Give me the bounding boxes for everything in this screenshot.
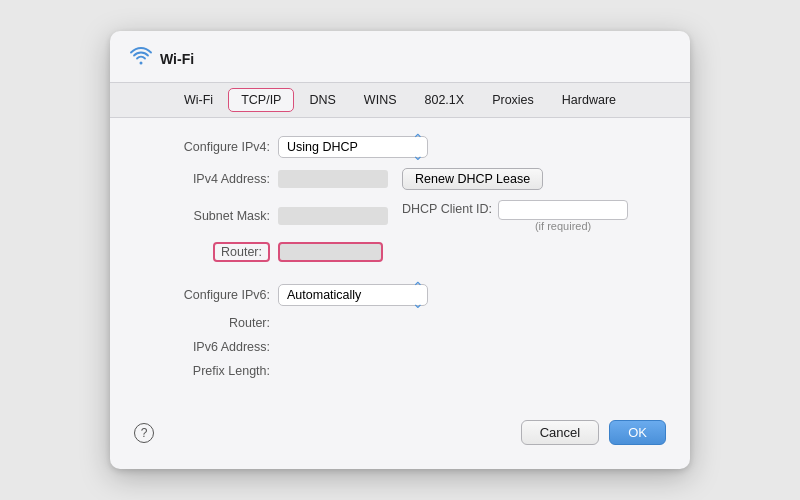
router-value (278, 242, 660, 262)
tab-proxies[interactable]: Proxies (479, 88, 547, 112)
router-label: Router: (213, 242, 270, 262)
tab-wifi[interactable]: Wi-Fi (171, 88, 226, 112)
subnet-mask-label: Subnet Mask: (140, 209, 270, 223)
dhcp-client-field[interactable] (498, 200, 628, 220)
ipv6-router-row: Router: (140, 316, 660, 330)
dhcp-client-label: DHCP Client ID: (402, 200, 492, 216)
footer-buttons: Cancel OK (521, 420, 666, 445)
prefix-length-label: Prefix Length: (140, 364, 270, 378)
configure-ipv6-value: Automatically Manually Off ⌃⌄ (278, 284, 660, 306)
ipv4-address-value: Renew DHCP Lease (278, 168, 660, 190)
configure-ipv4-label: Configure IPv4: (140, 140, 270, 154)
network-preferences-window: Wi-Fi Wi-Fi TCP/IP DNS WINS 802.1X Proxi… (110, 31, 690, 469)
ipv4-address-row: IPv4 Address: Renew DHCP Lease (140, 168, 660, 190)
configure-ipv4-value: Using DHCP Manually Off ⌃⌄ (278, 136, 660, 158)
ipv4-address-label: IPv4 Address: (140, 172, 270, 186)
configure-ipv6-select[interactable]: Automatically Manually Off (278, 284, 428, 306)
title-bar: Wi-Fi (110, 31, 690, 82)
tab-wins[interactable]: WINS (351, 88, 410, 112)
configure-ipv6-row: Configure IPv6: Automatically Manually O… (140, 284, 660, 306)
configure-ipv4-select-wrapper: Using DHCP Manually Off ⌃⌄ (278, 136, 428, 158)
configure-ipv6-label: Configure IPv6: (140, 288, 270, 302)
help-button[interactable]: ? (134, 423, 154, 443)
window-title: Wi-Fi (160, 51, 194, 67)
subnet-mask-value: DHCP Client ID: (if required) (278, 200, 660, 232)
tab-dns[interactable]: DNS (296, 88, 348, 112)
cancel-button[interactable]: Cancel (521, 420, 599, 445)
ipv6-address-row: IPv6 Address: (140, 340, 660, 354)
configure-ipv4-row: Configure IPv4: Using DHCP Manually Off … (140, 136, 660, 158)
tab-hardware[interactable]: Hardware (549, 88, 629, 112)
ok-button[interactable]: OK (609, 420, 666, 445)
window-footer: ? Cancel OK (110, 408, 690, 449)
configure-ipv4-select[interactable]: Using DHCP Manually Off (278, 136, 428, 158)
tab-bar: Wi-Fi TCP/IP DNS WINS 802.1X Proxies Har… (110, 82, 690, 118)
configure-ipv6-select-wrapper: Automatically Manually Off ⌃⌄ (278, 284, 428, 306)
router-field[interactable] (278, 242, 383, 262)
tab-content: Configure IPv4: Using DHCP Manually Off … (110, 118, 690, 398)
subnet-mask-field[interactable] (278, 207, 388, 225)
ipv6-router-label: Router: (140, 316, 270, 330)
dhcp-client-col: (if required) (498, 200, 628, 232)
wifi-icon (130, 47, 152, 70)
if-required-text: (if required) (498, 220, 628, 232)
renew-dhcp-button[interactable]: Renew DHCP Lease (402, 168, 543, 190)
ipv6-address-label: IPv6 Address: (140, 340, 270, 354)
tab-8021x[interactable]: 802.1X (412, 88, 478, 112)
router-row: Router: (140, 242, 660, 262)
dhcp-client-section: DHCP Client ID: (if required) (402, 200, 628, 232)
tab-tcpip[interactable]: TCP/IP (228, 88, 294, 112)
prefix-length-row: Prefix Length: (140, 364, 660, 378)
subnet-mask-row: Subnet Mask: DHCP Client ID: (if require… (140, 200, 660, 232)
ipv4-address-field[interactable] (278, 170, 388, 188)
